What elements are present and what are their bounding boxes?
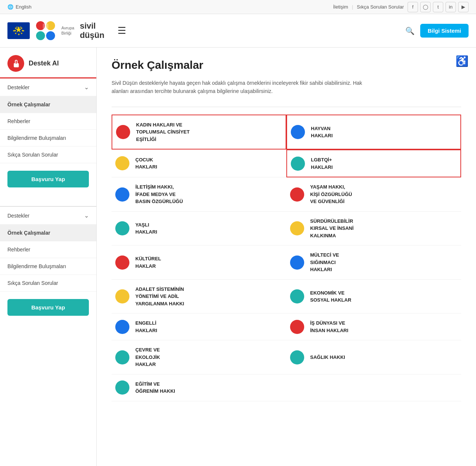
faq-link[interactable]: Sıkça Sorulan Sorular <box>357 4 404 10</box>
sidebar-item-destekler-2[interactable]: Destekler ⌄ <box>0 207 96 225</box>
list-item[interactable]: SÜRDÜRÜLEBİLİR KIRSAL VE İNSANİ KALKINMA <box>286 212 461 246</box>
destekler-label-2: Destekler <box>7 213 29 219</box>
category-dot <box>291 125 305 139</box>
category-label: EĞİTİM VE ÖĞRENİM HAKKI <box>135 380 175 395</box>
facebook-icon[interactable]: f <box>408 2 418 12</box>
list-item[interactable]: ENGELLİ HAKLARI <box>112 314 286 340</box>
sikca-label-2: Sıkça Sorulan Sorular <box>7 280 58 286</box>
svg-text:✦: ✦ <box>43 26 48 34</box>
category-label: ADALET SİSTEMİNİN YÖNETİMİ VE ADİL YARGI… <box>135 286 184 308</box>
sidebar-item-bilgilendirme[interactable]: Bilgilendirme Buluşmaları <box>0 130 96 147</box>
bilgi-sistemi-button[interactable]: Bilgi Sistemi <box>420 24 469 38</box>
apply-button[interactable]: Başvuru Yap <box>7 171 89 187</box>
social-icons: f ◯ t in ▶ <box>408 2 469 12</box>
sidebar-item-ornek[interactable]: Örnek Çalışmalar <box>0 96 96 113</box>
destek-al-label: Destek Al <box>29 60 59 67</box>
contact-link[interactable]: İletişim <box>333 4 348 10</box>
eu-flag: ★ ★ ★ ★ ★ ★ ★ ★ ★ ★ ★ ★ ★ <box>7 22 30 39</box>
category-dot <box>115 256 129 270</box>
linkedin-icon[interactable]: in <box>446 2 456 12</box>
list-item[interactable]: EKONOMİK VE SOSYAL HAKLAR <box>286 280 461 314</box>
language-selector[interactable]: 🌐 English <box>7 4 32 10</box>
category-dot <box>290 320 304 334</box>
bilgilendirme-label-2: Bilgilendirme Buluşmaları <box>7 263 66 269</box>
category-dot <box>115 221 129 235</box>
category-dot <box>290 221 304 235</box>
sidebar-nav: Destekler ⌄ Örnek Çalışmalar Rehberler B… <box>0 78 96 163</box>
svg-text:★: ★ <box>20 26 22 28</box>
list-item[interactable]: LGBTQİ+ HAKLARI <box>286 150 461 177</box>
list-item[interactable]: EĞİTİM VE ÖĞRENİM HAKKI <box>112 375 286 401</box>
sidebar-item-rehberler-2[interactable]: Rehberler <box>0 241 96 258</box>
page-title: Örnek Çalışmalar <box>112 59 461 71</box>
list-item[interactable]: HAYVAN HAKLARI <box>286 115 461 150</box>
sidebar-nav-2: Destekler ⌄ Örnek Çalışmalar Rehberler B… <box>0 207 96 292</box>
sidebar: Destek Al Destekler ⌄ Örnek Çalışmalar R… <box>0 48 97 466</box>
category-dot <box>290 350 304 364</box>
category-label: LGBTQİ+ HAKLARI <box>311 156 333 171</box>
divider <box>112 107 461 107</box>
hamburger-menu[interactable]: ☰ <box>118 25 126 36</box>
ornek-label-2: Örnek Çalışmalar <box>7 230 50 236</box>
instagram-icon[interactable]: ◯ <box>420 2 431 12</box>
list-item[interactable]: KADIN HAKLARI VE TOPLUMSAL CİNSİYET EŞİT… <box>112 115 286 150</box>
destekler-label: Destekler <box>7 84 29 90</box>
list-item[interactable]: İLETİŞİM HAKKI, İFADE MEDYA VE BASIN ÖZG… <box>112 177 286 212</box>
header: ★ ★ ★ ★ ★ ★ ★ ★ ★ ★ ★ ★ ★ ✦ <box>0 14 476 48</box>
list-item[interactable]: İŞ DÜNYASI VE İNSAN HAKLARI <box>286 314 461 340</box>
separator: | <box>352 4 353 10</box>
chevron-down-icon-2: ⌄ <box>84 212 89 219</box>
top-bar-right: İletişim | Sıkça Sorulan Sorular f ◯ t i… <box>333 2 469 12</box>
list-item[interactable]: MÜLTECİ VE SIĞINMACI HAKLARI <box>286 245 461 280</box>
page-description: Sivil Düşün destekleriyle hayata geçen h… <box>112 79 379 96</box>
svg-text:★: ★ <box>16 26 18 28</box>
category-label: KÜLTÜREL HAKLAR <box>135 255 161 270</box>
logo-title2: düşün <box>80 31 104 40</box>
list-item[interactable]: ÇEVRE VE EKOLOJİK HAKLAR <box>112 340 286 375</box>
category-label: EKONOMİK VE SOSYAL HAKLAR <box>310 289 351 304</box>
sidebar-item-destekler[interactable]: Destekler ⌄ <box>0 78 96 96</box>
rehberler-label: Rehberler <box>7 118 30 124</box>
sidebar-item-sikca[interactable]: Sıkça Sorulan Sorular <box>0 147 96 163</box>
list-item[interactable]: KÜLTÜREL HAKLAR <box>112 245 286 280</box>
sidebar-item-rehberler[interactable]: Rehberler <box>0 113 96 130</box>
header-left: ★ ★ ★ ★ ★ ★ ★ ★ ★ ★ ★ ★ ★ ✦ <box>7 20 126 41</box>
svg-text:★: ★ <box>13 29 15 32</box>
list-item[interactable]: SAĞLIK HAKKI <box>286 340 461 375</box>
category-label: SAĞLIK HAKKI <box>310 354 345 361</box>
bilgilendirme-label: Bilgilendirme Buluşmaları <box>7 135 66 141</box>
list-item[interactable]: ÇOCUK HAKLARI <box>112 150 286 177</box>
category-label: İŞ DÜNYASI VE İNSAN HAKLARI <box>310 319 348 334</box>
twitter-icon[interactable]: t <box>433 2 443 12</box>
list-item[interactable]: YAŞAM HAKKI, KİŞİ ÖZGÜRLÜĞÜ VE GÜVENLİĞİ <box>286 177 461 212</box>
category-label: ENGELLİ HAKLARI <box>135 319 157 334</box>
accessibility-icon[interactable]: ♿ <box>456 55 469 67</box>
main-layout: Destek Al Destekler ⌄ Örnek Çalışmalar R… <box>0 48 476 466</box>
language-label: English <box>16 4 32 10</box>
content-area: ♿ Örnek Çalışmalar Sivil Düşün destekler… <box>97 48 476 466</box>
category-dot <box>290 187 304 202</box>
svg-text:★: ★ <box>17 33 20 36</box>
apply-button-2[interactable]: Başvuru Yap <box>7 299 89 316</box>
sidebar-item-sikca-2[interactable]: Sıkça Sorulan Sorular <box>0 275 96 292</box>
header-right: 🔍 Bilgi Sistemi <box>405 24 469 38</box>
sidebar-item-ornek-2[interactable]: Örnek Çalışmalar <box>0 225 96 241</box>
category-dot <box>115 156 129 170</box>
logo-sub: AvrupaBirliği <box>61 26 74 35</box>
sidebar-section-2: Destekler ⌄ Örnek Çalışmalar Rehberler B… <box>0 206 96 323</box>
category-label: YAŞLI HAKLARI <box>135 221 157 236</box>
list-item[interactable]: ADALET SİSTEMİNİN YÖNETİMİ VE ADİL YARGI… <box>112 280 286 314</box>
sidebar-item-bilgilendirme-2[interactable]: Bilgilendirme Buluşmaları <box>0 258 96 275</box>
category-dot <box>290 289 304 303</box>
list-item[interactable]: YAŞLI HAKLARI <box>112 212 286 246</box>
search-icon[interactable]: 🔍 <box>405 26 415 35</box>
destek-al-section: Destek Al <box>0 48 96 78</box>
category-label: ÇEVRE VE EKOLOJİK HAKLAR <box>135 346 160 368</box>
svg-text:★: ★ <box>20 32 23 35</box>
youtube-icon[interactable]: ▶ <box>458 2 469 12</box>
categories-grid: KADIN HAKLARI VE TOPLUMSAL CİNSİYET EŞİT… <box>112 115 461 401</box>
category-dot <box>115 350 129 364</box>
category-label: SÜRDÜRÜLEBİLİR KIRSAL VE İNSANİ KALKINMA <box>310 218 354 240</box>
category-dot <box>115 320 129 334</box>
svg-text:★: ★ <box>22 29 25 32</box>
